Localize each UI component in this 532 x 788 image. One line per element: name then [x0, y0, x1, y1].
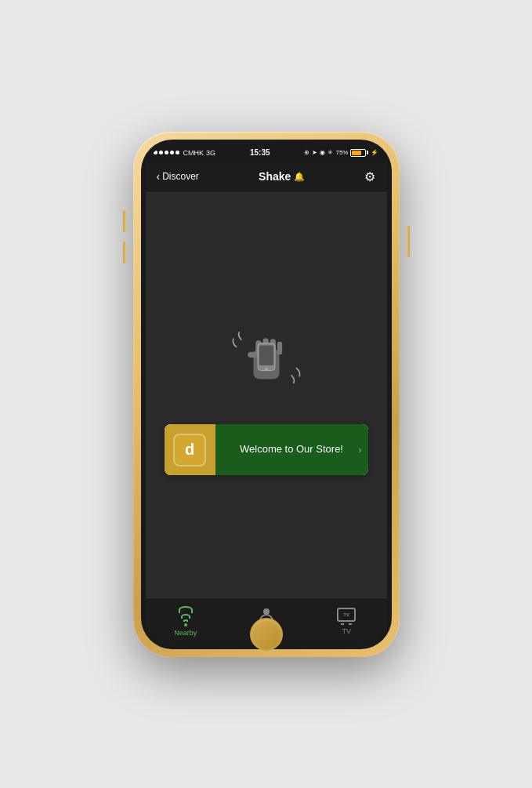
carrier-label: CMHK — [183, 149, 204, 157]
power-button[interactable] — [407, 226, 410, 257]
tv-icon: TV — [337, 608, 356, 625]
status-bar: CMHK 3G 15:35 ⊕ ➤ ◉ ✳ 75% ⚡ — [146, 144, 387, 162]
status-right: ⊕ ➤ ◉ ✳ 75% ⚡ — [304, 149, 378, 157]
back-label: Discover — [162, 171, 199, 182]
bluetooth-icon: ✳ — [328, 149, 333, 156]
gps-icon: ➤ — [312, 149, 317, 156]
volume-up-button[interactable] — [123, 210, 126, 232]
tab-nearby[interactable]: Nearby — [146, 606, 226, 637]
battery-percent: 75% — [335, 149, 348, 156]
location-icon: ⊕ — [304, 149, 309, 156]
main-content: d Welcome to Our Store! › — [146, 193, 387, 597]
notification-app-icon: d — [165, 424, 215, 475]
nav-title: Shake 🔔 — [259, 170, 305, 183]
navigation-bar: ‹ Discover Shake 🔔 ⚙ — [146, 162, 387, 193]
chevron-right-icon: › — [359, 445, 362, 456]
alarm-icon: ◉ — [320, 149, 325, 156]
notification-message: Welcome to Our Store! — [240, 443, 343, 456]
shake-illustration — [223, 314, 309, 401]
phone-screen: CMHK 3G 15:35 ⊕ ➤ ◉ ✳ 75% ⚡ — [141, 140, 392, 649]
back-button[interactable]: ‹ Discover — [157, 170, 199, 183]
network-label: 3G — [206, 149, 215, 157]
battery-icon — [350, 149, 368, 157]
signal-dots — [154, 151, 179, 154]
phone-frame: CMHK 3G 15:35 ⊕ ➤ ◉ ✳ 75% ⚡ — [133, 132, 400, 657]
gear-icon: ⚙ — [364, 170, 375, 183]
settings-button[interactable]: ⚙ — [364, 169, 375, 184]
svg-point-9 — [263, 608, 270, 615]
chevron-left-icon: ‹ — [157, 170, 161, 183]
shake-svg — [223, 314, 309, 401]
svg-rect-5 — [248, 352, 258, 358]
tv-label: TV — [342, 627, 351, 635]
svg-point-8 — [265, 368, 268, 371]
svg-rect-7 — [259, 345, 273, 365]
app-logo-letter: d — [185, 441, 194, 459]
notification-card[interactable]: d Welcome to Our Store! › — [165, 424, 368, 475]
charging-icon: ⚡ — [371, 149, 378, 156]
svg-rect-4 — [277, 342, 281, 355]
nearby-icon — [179, 606, 193, 626]
status-left: CMHK 3G — [154, 149, 216, 157]
home-button[interactable] — [250, 618, 283, 651]
app-logo: d — [173, 434, 206, 467]
volume-down-button[interactable] — [123, 241, 126, 263]
tab-tv[interactable]: TV TV — [306, 608, 387, 635]
page-title: Shake — [259, 170, 291, 183]
notification-message-area: Welcome to Our Store! — [215, 424, 368, 475]
screen-content: CMHK 3G 15:35 ⊕ ➤ ◉ ✳ 75% ⚡ — [146, 144, 387, 645]
nearby-label: Nearby — [174, 629, 197, 637]
status-time: 15:35 — [250, 148, 270, 157]
mute-bell-icon: 🔔 — [294, 172, 305, 182]
